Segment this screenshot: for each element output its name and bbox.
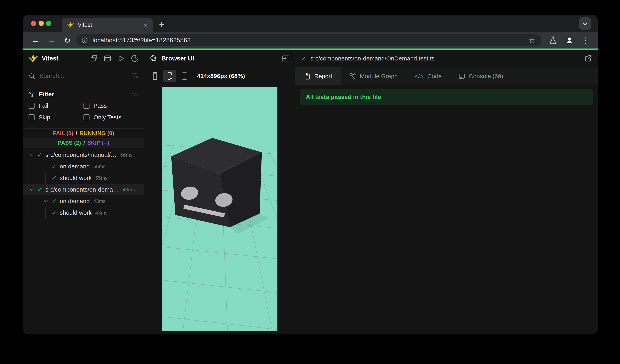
sidebar: Vitest (23, 50, 144, 335)
summary-line-1: FAIL (0) / RUNNING (0) (23, 129, 144, 138)
filter-title-row: Filter (29, 89, 139, 100)
report-content: All tests passed in this file (295, 85, 598, 335)
report-clipboard-icon (304, 73, 310, 80)
open-external-icon[interactable] (584, 55, 592, 62)
traffic-lights (31, 21, 51, 26)
duration-label: 43ms (95, 210, 108, 216)
experiments-flask-icon[interactable] (549, 36, 557, 44)
checkbox-icon[interactable] (83, 114, 90, 120)
indent-guide (31, 195, 31, 207)
filter-checkbox-skip[interactable]: Skip (29, 114, 83, 121)
chrome-actions: ⋮ (549, 35, 589, 46)
expand-chevron-icon[interactable] (42, 201, 50, 202)
tab-label: Console (69) (469, 73, 503, 80)
code-icon: </> (415, 73, 424, 79)
filter-row-1: Fail Pass (29, 100, 139, 112)
tab-close-icon[interactable]: × (143, 22, 147, 28)
checkbox-label: Pass (93, 102, 107, 109)
indent-guide (31, 172, 31, 184)
funnel-icon (29, 91, 35, 98)
close-window-button[interactable] (31, 21, 36, 26)
indent-guide (31, 161, 31, 172)
tab-report[interactable]: Report (295, 67, 341, 85)
reload-button[interactable]: ↻ (60, 33, 75, 47)
brand: Vitest (29, 54, 90, 63)
open-panel-right-icon[interactable] (282, 55, 290, 62)
pass-check-icon: ✓ (36, 186, 44, 193)
separator: / (83, 140, 85, 146)
dashboard-icon[interactable] (104, 55, 111, 62)
url-text[interactable]: localhost:5173/#/?file=1828625563 (93, 37, 527, 44)
clear-search-filter-icon[interactable] (132, 73, 139, 79)
bookmark-star-icon[interactable]: ☆ (529, 36, 536, 44)
site-info-icon[interactable] (81, 37, 88, 44)
dark-mode-moon-icon[interactable] (131, 55, 139, 62)
tree-item-label: should work (60, 175, 92, 181)
checkbox-icon[interactable] (29, 114, 34, 120)
console-icon (458, 73, 465, 80)
tree-row-test[interactable]: ✓should work55ms (23, 172, 144, 184)
skip-count: SKIP (--) (87, 140, 109, 146)
tree-item-label: on demand (60, 198, 90, 204)
address-bar[interactable]: localhost:5173/#/?file=1828625563 ☆ (76, 34, 542, 46)
tab-search-button[interactable] (579, 17, 591, 30)
pass-check-icon: ✓ (36, 151, 44, 159)
minimize-window-button[interactable] (39, 21, 44, 26)
device-toolbar: 414x896px (68%) (144, 67, 295, 85)
expand-chevron-icon[interactable] (27, 154, 36, 156)
checkbox-label: Skip (39, 114, 50, 121)
back-button[interactable]: ← (28, 33, 43, 47)
tree-row-file[interactable]: ✓src/components/on-dema…43ms (23, 184, 144, 195)
search-row (23, 67, 144, 85)
tree-row-test[interactable]: ✓should work43ms (23, 207, 144, 218)
checkbox-label: Only Tests (93, 114, 122, 121)
pass-check-icon: ✓ (50, 163, 58, 170)
app-title: Vitest (42, 55, 59, 62)
pass-check-icon: ✓ (50, 209, 58, 217)
menu-kebab-icon[interactable]: ⋮ (582, 36, 589, 45)
tab-label: Code (427, 73, 442, 80)
clear-filters-icon[interactable] (132, 91, 139, 98)
filter-checkbox-pass[interactable]: Pass (83, 102, 139, 109)
search-input[interactable] (39, 73, 128, 80)
browser-tab-strip: Vitest × + (23, 15, 598, 32)
viewport-size-label: 414x896px (68%) (197, 73, 245, 79)
checkbox-icon[interactable] (29, 103, 34, 109)
expand-chevron-icon[interactable] (42, 166, 50, 167)
device-phone-small-button[interactable] (149, 70, 161, 82)
device-phone-plus-button[interactable] (163, 70, 176, 82)
tab-module-graph[interactable]: Module Graph (341, 67, 406, 85)
profile-avatar[interactable] (564, 35, 575, 46)
tab-label: Report (314, 73, 332, 80)
run-summary: FAIL (0) / RUNNING (0) PASS (2) / SKIP (… (23, 128, 144, 148)
tab-code[interactable]: </> Code (406, 67, 450, 85)
browser-window: Vitest × + ← → ↻ localhost:5173/#/?file=… (23, 15, 598, 335)
maximize-window-button[interactable] (46, 21, 51, 26)
run-all-play-icon[interactable] (117, 55, 125, 62)
tree-row-file[interactable]: ✓src/components/manual/…56ms (23, 149, 144, 161)
results-tabbar: Report Module Graph </> Code (295, 67, 598, 85)
vitest-app: Vitest (23, 50, 598, 335)
filter-checkbox-only-tests[interactable]: Only Tests (83, 114, 139, 121)
filter-checkbox-fail[interactable]: Fail (29, 102, 83, 109)
tested-app-viewport[interactable] (162, 87, 278, 331)
chevron-down-icon (582, 20, 588, 25)
device-tablet-button[interactable] (178, 70, 191, 82)
expand-chevron-icon[interactable] (27, 189, 36, 190)
checkbox-label: Fail (39, 102, 48, 109)
pass-count: PASS (2) (58, 140, 81, 146)
collapse-panels-icon[interactable] (90, 55, 98, 62)
duration-label: 43ms (123, 187, 135, 193)
tab-console[interactable]: Console (69) (450, 67, 512, 85)
checkbox-icon[interactable] (83, 103, 90, 109)
new-tab-button[interactable]: + (155, 18, 168, 31)
tree-row-suite[interactable]: ✓on demand56ms (23, 161, 144, 172)
filter-row-2: Skip Only Tests (29, 112, 139, 123)
test-tree: ✓src/components/manual/…56ms✓on demand56… (23, 148, 144, 335)
running-count: RUNNING (0) (80, 130, 114, 136)
browser-tab[interactable]: Vitest × (62, 18, 153, 32)
tree-row-suite[interactable]: ✓on demand43ms (23, 195, 144, 207)
forward-button[interactable]: → (44, 33, 59, 47)
separator: / (76, 130, 77, 136)
browser-toolbar: ← → ↻ localhost:5173/#/?file=1828625563 … (23, 32, 598, 48)
